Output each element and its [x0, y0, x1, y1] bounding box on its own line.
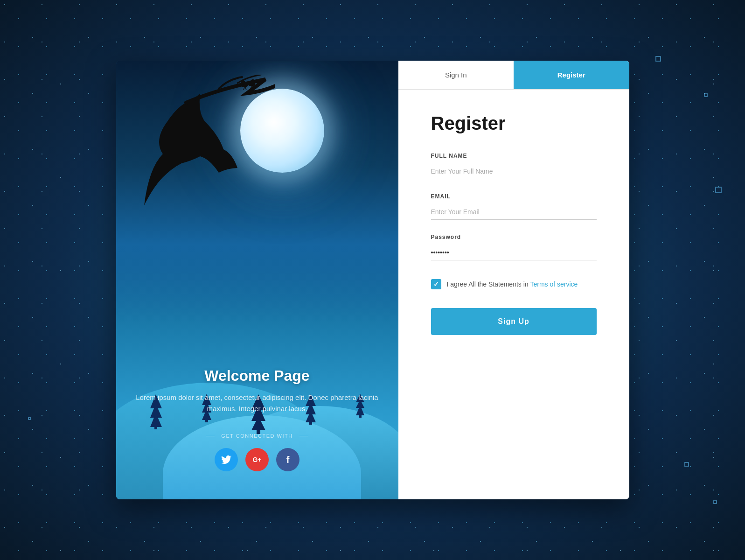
signup-button[interactable]: Sign Up — [431, 308, 597, 335]
left-panel: Welcome Page Lorem ipsum dolor sit amet,… — [116, 61, 398, 499]
main-card: Welcome Page Lorem ipsum dolor sit amet,… — [116, 61, 629, 499]
facebook-button[interactable]: f — [276, 448, 299, 471]
password-input[interactable] — [431, 245, 597, 260]
welcome-description: Lorem ipsum dolor sit amet, consectetur … — [135, 392, 380, 414]
email-input[interactable] — [431, 204, 597, 220]
password-label: Password — [431, 234, 597, 240]
terms-link[interactable]: Terms of service — [530, 280, 578, 288]
social-section: GET CONNECTED WITH G+ f — [206, 433, 308, 471]
form-title: Register — [431, 113, 597, 134]
terms-checkbox[interactable] — [431, 279, 441, 289]
tab-signin[interactable]: Sign In — [398, 61, 514, 89]
tab-bar: Sign In Register — [398, 61, 629, 90]
fullname-field-group: FULL NAME — [431, 153, 597, 179]
terms-text: I agree All the Statements in Terms of s… — [447, 280, 578, 288]
form-area: Register FULL NAME EMAIL Password I agre — [398, 90, 629, 499]
email-label: EMAIL — [431, 193, 597, 200]
twitter-button[interactable] — [215, 448, 238, 471]
social-divider: GET CONNECTED WITH — [206, 433, 308, 439]
divider-left — [206, 436, 215, 436]
svg-line-5 — [245, 87, 246, 90]
svg-point-1 — [241, 80, 245, 85]
password-field-group: Password — [431, 234, 597, 260]
fullname-label: FULL NAME — [431, 153, 597, 159]
welcome-content: Welcome Page Lorem ipsum dolor sit amet,… — [116, 367, 398, 433]
svg-point-3 — [251, 79, 255, 84]
email-field-group: EMAIL — [431, 193, 597, 220]
tree-decoration — [125, 75, 275, 205]
social-buttons: G+ f — [215, 448, 299, 471]
google-button[interactable]: G+ — [245, 448, 269, 471]
tab-register[interactable]: Register — [514, 61, 629, 89]
social-label: GET CONNECTED WITH — [221, 433, 292, 439]
welcome-title: Welcome Page — [135, 367, 380, 385]
divider-right — [299, 436, 308, 436]
terms-row: I agree All the Statements in Terms of s… — [431, 279, 597, 289]
right-panel: Sign In Register Register FULL NAME EMAI… — [398, 61, 629, 499]
fullname-input[interactable] — [431, 164, 597, 179]
svg-line-4 — [244, 87, 244, 90]
